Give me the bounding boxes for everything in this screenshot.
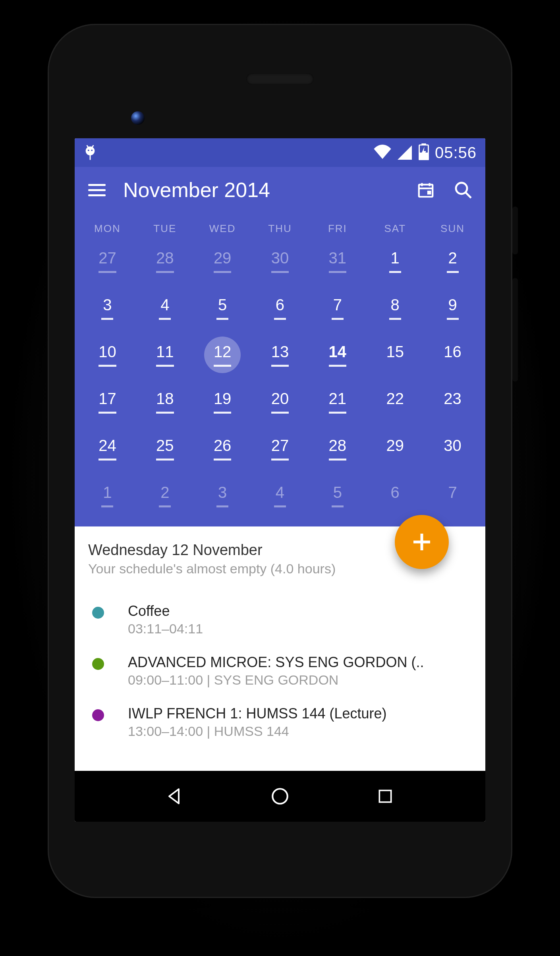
calendar-day-number: 16 <box>444 343 462 367</box>
calendar-day-number: 11 <box>156 343 174 367</box>
phone-side-button <box>512 207 518 254</box>
weekday-header: WED <box>194 215 251 244</box>
calendar-day[interactable]: 3 <box>194 479 251 512</box>
signal-icon <box>397 138 413 169</box>
event-body: ADVANCED MICROE: SYS ENG GORDON (..09:00… <box>128 654 472 688</box>
calendar-day[interactable]: 11 <box>136 338 194 372</box>
recents-button[interactable] <box>371 782 399 810</box>
event-subtitle: 09:00–11:00 | SYS ENG GORDON <box>128 672 472 688</box>
search-icon[interactable] <box>452 179 474 201</box>
event-body: Coffee03:11–04:11 <box>128 603 472 637</box>
weekday-header: TUE <box>136 215 194 244</box>
page-title[interactable]: November 2014 <box>123 178 270 202</box>
calendar-day[interactable]: 24 <box>79 432 136 465</box>
calendar-day-number: 8 <box>389 296 401 320</box>
calendar-day[interactable]: 8 <box>366 291 424 325</box>
calendar-day-number: 1 <box>101 484 113 507</box>
calendar-day-number: 2 <box>447 249 459 273</box>
svg-line-2 <box>87 145 89 148</box>
calendar-day[interactable]: 2 <box>136 479 194 512</box>
calendar-day-number: 6 <box>274 296 286 320</box>
calendar-day[interactable]: 12 <box>194 338 251 372</box>
calendar-day[interactable]: 6 <box>366 479 424 512</box>
event-subtitle: 13:00–14:00 | HUMSS 144 <box>128 724 472 739</box>
calendar-day[interactable]: 2 <box>424 244 481 278</box>
calendar-day[interactable]: 25 <box>136 432 194 465</box>
calendar-day[interactable]: 29 <box>194 244 251 278</box>
calendar-day[interactable]: 18 <box>136 385 194 418</box>
calendar-day[interactable]: 15 <box>366 338 424 372</box>
calendar-day-number: 27 <box>98 249 116 273</box>
calendar-day-number: 6 <box>389 484 401 507</box>
wifi-icon <box>374 145 391 161</box>
calendar-day[interactable]: 26 <box>194 432 251 465</box>
calendar-day[interactable]: 23 <box>424 385 481 418</box>
calendar-day[interactable]: 7 <box>309 291 366 325</box>
calendar-day-number: 25 <box>156 437 174 461</box>
calendar-day[interactable]: 9 <box>424 291 481 325</box>
calendar-day-number: 12 <box>214 343 232 367</box>
add-event-button[interactable] <box>395 515 449 569</box>
calendar-day[interactable]: 1 <box>366 244 424 278</box>
calendar-day[interactable]: 10 <box>79 338 136 372</box>
calendar-day-number: 10 <box>98 343 116 367</box>
calendar-day[interactable]: 17 <box>79 385 136 418</box>
calendar-day-number: 23 <box>444 390 462 414</box>
calendar-day[interactable]: 4 <box>136 291 194 325</box>
calendar-day[interactable]: 30 <box>424 432 481 465</box>
calendar-day-number: 4 <box>274 484 286 507</box>
calendar-day[interactable]: 6 <box>251 291 309 325</box>
svg-rect-7 <box>421 143 426 145</box>
calendar-day-number: 7 <box>332 296 344 320</box>
calendar-day[interactable]: 21 <box>309 385 366 418</box>
calendar-day[interactable]: 31 <box>309 244 366 278</box>
svg-line-15 <box>465 192 471 198</box>
calendar-day[interactable]: 28 <box>136 244 194 278</box>
weekday-header: SUN <box>424 215 481 244</box>
calendar-day-number: 17 <box>98 390 116 414</box>
event-list: Coffee03:11–04:11ADVANCED MICROE: SYS EN… <box>88 594 472 748</box>
svg-point-14 <box>456 183 467 194</box>
calendar-day[interactable]: 27 <box>79 244 136 278</box>
event-item[interactable]: IWLP FRENCH 1: HUMSS 144 (Lecture)13:00–… <box>88 697 472 748</box>
calendar-day[interactable]: 4 <box>251 479 309 512</box>
calendar-day-number: 29 <box>386 437 404 461</box>
home-button[interactable] <box>266 782 294 810</box>
calendar-day[interactable]: 3 <box>79 291 136 325</box>
today-icon[interactable] <box>415 179 437 201</box>
event-item[interactable]: Coffee03:11–04:11 <box>88 594 472 645</box>
calendar-day[interactable]: 28 <box>309 432 366 465</box>
screen: 05:56 November 2014 <box>75 138 485 822</box>
month-calendar: MONTUEWEDTHUFRISATSUN 272829303112345678… <box>75 207 485 526</box>
calendar-day-number: 31 <box>329 249 347 273</box>
calendar-day[interactable]: 1 <box>79 479 136 512</box>
weekday-header: FRI <box>309 215 366 244</box>
calendar-day[interactable]: 29 <box>366 432 424 465</box>
svg-point-0 <box>86 146 95 155</box>
event-color-dot <box>92 607 104 619</box>
event-title: Coffee <box>128 603 472 619</box>
calendar-day[interactable]: 30 <box>251 244 309 278</box>
event-subtitle: 03:11–04:11 <box>128 621 472 637</box>
calendar-day-number: 9 <box>447 296 459 320</box>
weekday-header: MON <box>79 215 136 244</box>
calendar-day-number: 21 <box>329 390 347 414</box>
calendar-day[interactable]: 19 <box>194 385 251 418</box>
calendar-day[interactable]: 7 <box>424 479 481 512</box>
calendar-day[interactable]: 13 <box>251 338 309 372</box>
calendar-day-number: 13 <box>271 343 289 367</box>
calendar-day[interactable]: 5 <box>309 479 366 512</box>
calendar-day[interactable]: 14 <box>309 338 366 372</box>
calendar-day[interactable]: 22 <box>366 385 424 418</box>
calendar-day[interactable]: 5 <box>194 291 251 325</box>
calendar-day-number: 14 <box>329 343 347 367</box>
calendar-day-number: 18 <box>156 390 174 414</box>
event-item[interactable]: ADVANCED MICROE: SYS ENG GORDON (..09:00… <box>88 645 472 697</box>
menu-icon[interactable] <box>86 179 108 201</box>
calendar-day[interactable]: 20 <box>251 385 309 418</box>
back-button[interactable] <box>161 782 189 810</box>
calendar-day[interactable]: 16 <box>424 338 481 372</box>
calendar-day-number: 26 <box>214 437 232 461</box>
calendar-day[interactable]: 27 <box>251 432 309 465</box>
svg-line-3 <box>92 145 93 148</box>
